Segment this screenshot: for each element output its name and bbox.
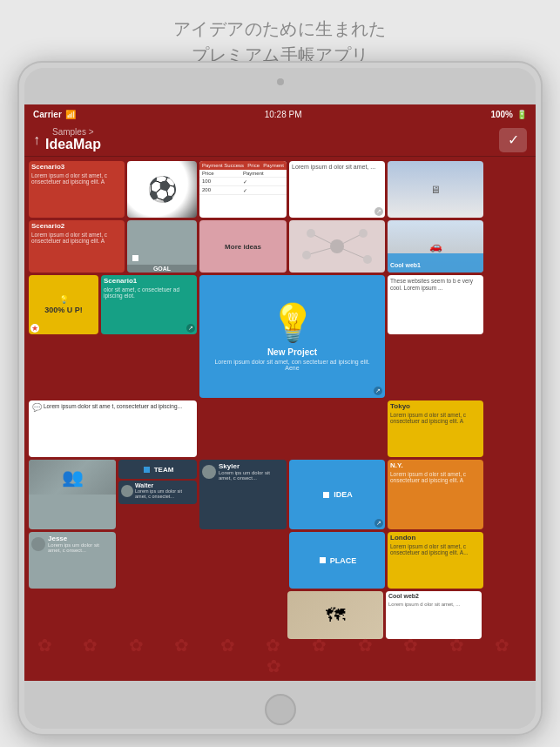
scenario1-expand-icon[interactable]: ↗ [186, 324, 195, 333]
toolbar: ↑ Samples > IdeaMap ✓ [24, 124, 536, 157]
scenario1-card[interactable]: Scenario1 olor sit amet, c onsectetuer a… [101, 275, 197, 334]
ny-card[interactable]: N.Y. Lorem ipsum d olor sit amet, c onse… [388, 460, 483, 529]
status-left: Carrier 📶 [33, 110, 76, 119]
lorem-top-card[interactable]: Lorem ipsum d olor sit amet, ... ↗ [289, 161, 385, 218]
walter-title: Walter [135, 482, 194, 488]
ipad-frame: Carrier 📶 10:28 PM 100% 🔋 ↑ Samples > Id… [17, 61, 543, 736]
ipad-screen: Carrier 📶 10:28 PM 100% 🔋 ↑ Samples > Id… [24, 104, 536, 681]
persons-image: 👥 [29, 460, 116, 495]
payment-header: Payment Success Price Payment [199, 161, 287, 170]
team-card[interactable]: TEAM [118, 460, 197, 479]
persons-card[interactable]: 👥 [29, 460, 116, 529]
cool-web1-label: Cool web1 [390, 262, 421, 268]
home-button[interactable] [265, 694, 296, 725]
scenario3-card[interactable]: Scenario3 Lorem ipsum d olor sit amet, c… [29, 161, 125, 218]
cool-web1-card[interactable]: 🚗 Cool web1 [388, 220, 483, 273]
new-project-expand-icon[interactable]: ↗ [374, 387, 382, 395]
rome-map-image: 🗺 [287, 591, 383, 639]
ny-body: Lorem ipsum d olor sit amet, c onsectetu… [388, 471, 483, 487]
idea-expand-icon[interactable]: ↗ [374, 519, 383, 528]
lorem-chat-card[interactable]: 💬 Lorem ipsum dolor sit ame t, consectet… [29, 400, 197, 457]
pct-card[interactable]: 💡 300% U P! ★ [29, 275, 98, 334]
camera [277, 78, 284, 85]
content-area: Scenario3 Lorem ipsum d olor sit amet, c… [24, 157, 536, 681]
row-4: 💬 Lorem ipsum dolor sit ame t, consectet… [29, 400, 531, 457]
mindmap-card[interactable] [289, 220, 385, 273]
place-card[interactable]: PLACE [289, 532, 385, 589]
new-project-body: Lorem ipsum dolor sit amet, con sectetue… [206, 357, 378, 373]
pct-label: 300% U P! [44, 306, 83, 314]
scenario2-card[interactable]: Scenario2 Lorem ipsum d olor sit amet, c… [29, 220, 125, 273]
team-sq-icon [144, 467, 150, 473]
spacer4 [29, 591, 285, 639]
payment-row-3: 200 ✓ [199, 186, 287, 195]
cool-web2-card[interactable]: Cool web2 Lorem ipsum d olor sit amet, .… [386, 591, 482, 639]
goal-label: GOAL [127, 265, 197, 273]
scenario2-title: Scenario2 [29, 220, 125, 232]
spacer2 [118, 532, 197, 589]
scenario3-body: Lorem ipsum d olor sit amet, c onsectetu… [29, 172, 125, 188]
jesse-body: Lorem ips um dolor sit amet, c onsect... [48, 542, 113, 553]
svg-line-4 [337, 246, 368, 259]
skyler-avatar [202, 465, 216, 479]
row-1: Scenario3 Lorem ipsum d olor sit amet, c… [29, 161, 531, 218]
tagline-line1: アイデアのために生まれた [173, 19, 387, 38]
payment-row-2: 100 ✓ [199, 178, 287, 186]
more-ideas-card[interactable]: More ideas [199, 220, 287, 273]
payment-title: Payment Success [202, 163, 244, 168]
rome-card[interactable]: 🗺 [287, 591, 383, 639]
idea-sq-icon [323, 492, 329, 498]
goal-card[interactable]: GOAL [127, 220, 197, 273]
jesse-card[interactable]: Jesse Lorem ips um dolor sit amet, c ons… [29, 532, 116, 589]
battery-icon: 🔋 [516, 110, 527, 119]
walter-body: Lorem ips um dolor sit amet, c onsectet.… [135, 488, 194, 499]
spacer3 [199, 532, 287, 589]
svg-point-6 [359, 229, 368, 238]
jesse-title: Jesse [48, 535, 113, 542]
jesse-avatar [31, 537, 45, 551]
idea-card[interactable]: IDEA ↗ [289, 460, 385, 529]
expand-arrow-icon[interactable]: ↗ [374, 207, 383, 216]
tokyo-card[interactable]: Tokyo Lorem ipsum d olor sit amet, c ons… [388, 400, 483, 457]
websites-card[interactable]: These websites seem to b e very cool. Lo… [388, 275, 483, 334]
scenario1-title: Scenario1 [101, 275, 197, 286]
scenario2-body: Lorem ipsum d olor sit amet, c onsectetu… [29, 232, 125, 247]
team-section: TEAM Walter Lorem ips um dolor sit amet,… [118, 460, 197, 529]
walter-card[interactable]: Walter Lorem ips um dolor sit amet, c on… [118, 481, 197, 504]
battery-label: 100% [490, 110, 513, 119]
svg-point-7 [302, 251, 311, 259]
more-ideas-label: More ideas [225, 243, 261, 251]
place-sq-icon [320, 557, 326, 563]
spacer [199, 400, 385, 457]
payment-label: Price [247, 163, 260, 168]
wifi-icon: 📶 [65, 110, 76, 119]
websites-text: These websites seem to b e very cool. Lo… [388, 275, 483, 293]
chat-bubble-icon: 💬 [32, 403, 42, 412]
scenario3-title: Scenario3 [29, 161, 125, 172]
soccer-card[interactable]: ⚽ [127, 161, 197, 218]
lorem-chat-text: Lorem ipsum dolor sit ame t, consectetue… [44, 403, 182, 409]
check-icon: ✓ [508, 131, 519, 148]
team-label: TEAM [154, 466, 174, 474]
walter-avatar [121, 485, 133, 497]
tokyo-title: Tokyo [388, 400, 483, 412]
carrier-label: Carrier [33, 110, 62, 119]
row-6: Jesse Lorem ips um dolor sit amet, c ons… [29, 532, 531, 589]
ny-title: N.Y. [388, 460, 483, 471]
new-project-card[interactable]: 💡 New Project Lorem ipsum dolor sit amet… [199, 275, 385, 398]
skyler-card[interactable]: Skyler Lorem ips um dolor sit amet, c on… [199, 460, 287, 529]
status-bar: Carrier 📶 10:28 PM 100% 🔋 [24, 104, 536, 124]
place-label: PLACE [330, 556, 357, 565]
payment-label2: Payment [263, 163, 284, 168]
row-3: 💡 300% U P! ★ Scenario1 olor sit amet, c… [29, 275, 531, 398]
payment-card[interactable]: Payment Success Price Payment Price Paym… [199, 161, 287, 218]
lightbulb-icon: 💡 [270, 301, 315, 344]
page-title: IdeaMap [45, 137, 101, 152]
tokyo-body: Lorem ipsum d olor sit amet, c onsectetu… [388, 412, 483, 427]
check-button[interactable]: ✓ [499, 128, 527, 152]
london-card[interactable]: London Lorem ipsum d olor sit amet, c on… [388, 532, 483, 589]
back-arrow-icon[interactable]: ↑ [33, 132, 40, 148]
mac-card[interactable]: 🖥 [388, 161, 483, 218]
mindmap-image [289, 220, 385, 273]
idea-label: IDEA [334, 490, 353, 499]
